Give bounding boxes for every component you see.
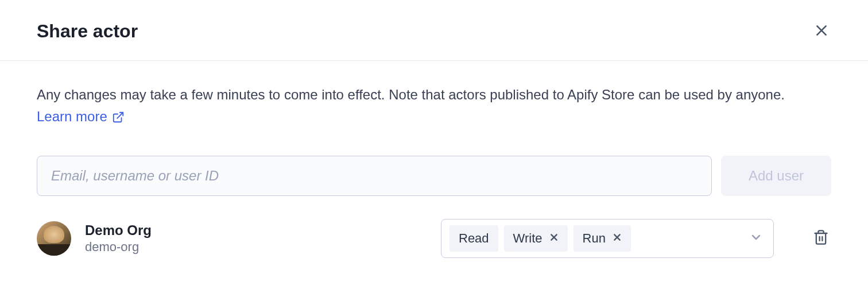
user-search-input[interactable]: [37, 156, 712, 196]
chevron-down-icon: [749, 230, 763, 246]
add-user-row: Add user: [37, 156, 831, 196]
user-name: Demo Org: [85, 222, 152, 238]
close-icon: [549, 233, 559, 244]
modal-title: Share actor: [37, 21, 138, 42]
learn-more-label: Learn more: [37, 106, 107, 128]
permissions-dropdown-toggle[interactable]: [747, 228, 765, 248]
user-info: Demo Org demo-org: [85, 222, 152, 255]
modal-body: Any changes may take a few minutes to co…: [0, 61, 868, 281]
permissions-select[interactable]: Read Write Run: [441, 219, 774, 258]
permission-tag-read: Read: [450, 225, 498, 252]
permission-label: Run: [583, 231, 606, 246]
remove-run-button[interactable]: [613, 233, 622, 244]
permission-tag-write: Write: [504, 225, 568, 252]
permission-label: Write: [513, 231, 542, 246]
svg-line-2: [117, 112, 123, 118]
description-text: Any changes may take a few minutes to co…: [37, 84, 831, 128]
user-row: Demo Org demo-org Read Write: [37, 219, 831, 258]
close-icon: [613, 233, 622, 244]
learn-more-link[interactable]: Learn more: [37, 106, 125, 128]
close-button[interactable]: [812, 21, 831, 42]
description-content: Any changes may take a few minutes to co…: [37, 87, 785, 102]
add-user-button[interactable]: Add user: [721, 156, 831, 196]
modal-header: Share actor: [0, 0, 868, 61]
close-icon: [814, 23, 829, 40]
trash-icon: [813, 229, 829, 247]
avatar: [37, 221, 71, 256]
permission-tag-run: Run: [574, 225, 631, 252]
external-link-icon: [112, 111, 125, 124]
permission-label: Read: [459, 231, 489, 246]
user-handle: demo-org: [85, 240, 152, 255]
remove-write-button[interactable]: [549, 233, 559, 244]
delete-user-button[interactable]: [811, 227, 831, 249]
share-actor-modal: Share actor Any changes may take a few m…: [0, 0, 868, 281]
